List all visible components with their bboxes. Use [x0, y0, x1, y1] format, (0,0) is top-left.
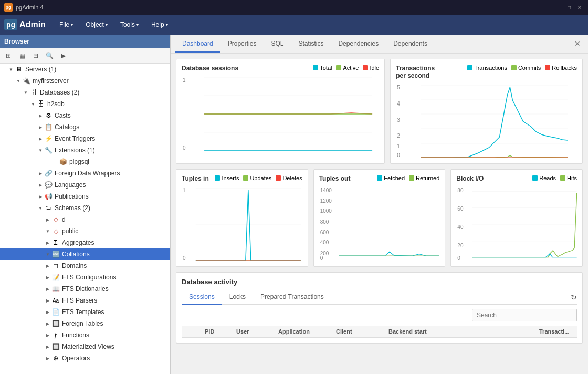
tab-dashboard[interactable]: Dashboard [175, 36, 220, 53]
tree-item-fts-config[interactable]: ▶ 📝 FTS Configurations [0, 272, 170, 283]
chart-title: Block I/O [456, 175, 484, 182]
activity-tab-prepared-tx[interactable]: Prepared Transactions [253, 290, 331, 305]
catalogs-icon: 📋 [44, 123, 52, 131]
tree-item-fts-dict[interactable]: ▶ 📖 FTS Dictionaries [0, 283, 170, 295]
activity-tab-sessions[interactable]: Sessions [182, 290, 222, 305]
tree-item-operators[interactable]: ▶ ⊕ Operators [0, 352, 170, 364]
tree-item-plpgsql[interactable]: 📦 plpgsql [0, 156, 170, 168]
domains-icon: ◻ [51, 262, 60, 270]
tree-item-event-triggers[interactable]: ▶ ⚡ Event Triggers [0, 133, 170, 144]
tree-item-catalogs[interactable]: ▶ 📋 Catalogs [0, 121, 170, 133]
tuples-out-svg [339, 188, 440, 261]
tab-sql[interactable]: SQL [264, 36, 291, 53]
col-checkbox [182, 326, 201, 337]
tree-item-functions[interactable]: ▶ ƒ Functions [0, 329, 170, 341]
toolbar-query-btn[interactable]: ▶ [57, 50, 69, 61]
tuples-in-svg [194, 188, 302, 261]
menu-help[interactable]: Help ▾ [146, 19, 173, 30]
tree-label: Foreign Tables [62, 320, 103, 327]
tree-item-extensions[interactable]: ▼ 🔧 Extensions (1) [0, 144, 170, 156]
tab-statistics[interactable]: Statistics [291, 36, 331, 53]
tree-label: Extensions (1) [55, 147, 95, 154]
tree-item-schemas[interactable]: ▼ 🗂 Schemas (2) [0, 202, 170, 214]
legend-dot [511, 65, 517, 70]
tree-label: Operators [62, 355, 90, 362]
panel-close-button[interactable]: ✕ [571, 37, 584, 50]
tree-item-public[interactable]: ▼ ◇ public [0, 225, 170, 237]
chart-title: Tuples in [182, 175, 209, 182]
tree-item-aggregates[interactable]: ▶ Σ Aggregates [0, 237, 170, 248]
expand-icon: ▼ [15, 77, 22, 85]
toolbar-connections-btn[interactable]: ⊞ [2, 50, 15, 61]
legend-dot [532, 175, 538, 181]
db-sessions-chart: Database sessions Total Active [176, 59, 385, 164]
legend-dot [377, 175, 382, 181]
tree-item-servers[interactable]: ▼ 🖥 Servers (1) [0, 64, 170, 75]
tree-label: Event Triggers [55, 135, 95, 142]
right-panel: Dashboard Properties SQL Statistics Depe… [171, 35, 588, 374]
tab-properties[interactable]: Properties [220, 36, 264, 53]
menu-object[interactable]: Object ▾ [80, 19, 113, 30]
activity-title: Database activity [182, 278, 577, 286]
tree-label: FTS Parsers [62, 297, 97, 304]
tree-item-foreign-tables[interactable]: ▶ 🔲 Foreign Tables [0, 318, 170, 329]
tab-dependents[interactable]: Dependents [386, 36, 435, 53]
tree-item-collations[interactable]: ▼ 🔤 Collations [0, 248, 170, 260]
search-input[interactable] [472, 309, 577, 321]
legend-commits: Commits [511, 65, 541, 71]
tab-dependencies[interactable]: Dependencies [331, 36, 386, 53]
tree-item-fts-parsers[interactable]: ▶ Aa FTS Parsers [0, 295, 170, 306]
chart-legend: Transactions Commits Rollbacks [467, 65, 577, 71]
toolbar-search-btn[interactable]: 🔍 [43, 50, 56, 61]
refresh-button[interactable]: ↻ [571, 293, 577, 302]
table-header: PID User Application Client Backend star… [182, 326, 577, 338]
col-backend-start: Backend start [384, 326, 535, 337]
legend-dot [467, 65, 472, 70]
app-icon: pg [4, 3, 13, 12]
tree-item-mat-views[interactable]: ▶ 🔲 Materialized Views [0, 341, 170, 352]
col-client: Client [332, 326, 384, 337]
tree-label: Domains [62, 262, 87, 269]
expand-icon: ▶ [37, 181, 44, 189]
expand-icon: ▶ [37, 135, 44, 142]
legend-idle: Idle [363, 65, 379, 71]
expand-icon: ▶ [37, 193, 44, 200]
tree-item-fdw[interactable]: ▶ 🔗 Foreign Data Wrappers [0, 168, 170, 179]
tree-item-h2sdb[interactable]: ▼ 🗄 h2sdb [0, 98, 170, 110]
schema-icon: ◇ [51, 227, 60, 235]
close-button[interactable]: ✕ [575, 3, 584, 12]
tree-label: Schemas (2) [55, 204, 90, 212]
maximize-button[interactable]: □ [565, 3, 573, 12]
tree-label: Publications [55, 193, 89, 200]
tree-item-fts-templates[interactable]: ▶ 📄 FTS Templates [0, 306, 170, 318]
chart-legend: Reads Hits [532, 175, 577, 181]
schemas-icon: 🗂 [44, 204, 52, 212]
tree-item-languages[interactable]: ▶ 💬 Languages [0, 179, 170, 191]
expand-icon: ▶ [37, 123, 44, 131]
legend-dot [243, 175, 248, 181]
tree-item-domains[interactable]: ▶ ◻ Domains [0, 260, 170, 272]
expand-icon: ▶ [44, 297, 51, 304]
toolbar-grid-btn[interactable]: ▦ [16, 50, 28, 61]
tree-item-myfirstserver[interactable]: ▼ 🔌 myfirstserver [0, 75, 170, 87]
legend-total: Total [313, 65, 332, 71]
minimize-button[interactable]: — [554, 3, 563, 12]
activity-tab-locks[interactable]: Locks [222, 290, 253, 305]
toolbar-table-btn[interactable]: ⊟ [29, 50, 42, 61]
legend-transactions: Transactions [467, 65, 507, 71]
legend-dot [336, 65, 341, 70]
languages-icon: 💬 [44, 181, 52, 189]
tree-item-casts[interactable]: ▶ ⚙ Casts [0, 110, 170, 121]
tree-item-databases[interactable]: ▼ 🗄 Databases (2) [0, 87, 170, 98]
tree-item-d[interactable]: ▶ ◇ d [0, 214, 170, 225]
menu-tools[interactable]: Tools ▾ [115, 19, 144, 30]
foreign-tables-icon: 🔲 [51, 319, 60, 328]
operators-icon: ⊕ [51, 354, 60, 362]
tuples-out-chart: Tuples out Fetched Returned [313, 169, 446, 267]
tree-label: d [62, 216, 66, 223]
tree-label: Servers (1) [25, 66, 56, 73]
tree-item-publications[interactable]: ▶ 📢 Publications [0, 191, 170, 202]
menu-file[interactable]: File ▾ [54, 19, 78, 30]
logo-pg: pg [4, 19, 17, 30]
tree-label: Casts [55, 112, 71, 119]
